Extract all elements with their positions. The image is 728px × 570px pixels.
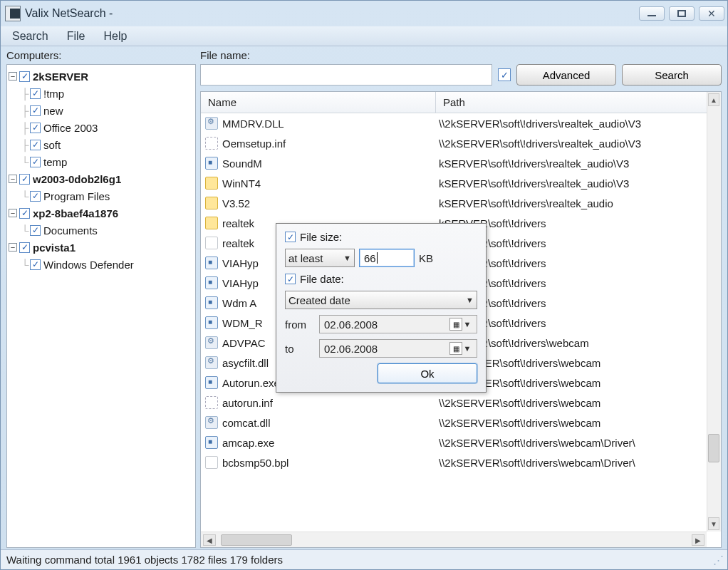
collapse-icon[interactable]: − [9, 243, 17, 252]
chevron-down-icon[interactable]: ▼ [462, 344, 472, 353]
menu-search[interactable]: Search [9, 28, 51, 44]
filename-checkbox[interactable] [498, 68, 511, 81]
file-name: asycfilt.dll [222, 357, 269, 369]
file-name: WinNT4 [222, 177, 261, 190]
tree-child-node[interactable]: ├soft [9, 136, 194, 153]
computers-tree[interactable]: −2kSERVER├!tmp├new├Office 2003├soft└temp… [6, 64, 196, 548]
column-path[interactable]: Path [436, 92, 721, 113]
horizontal-scrollbar[interactable]: ◀ ▶ [201, 532, 707, 547]
scroll-down-arrow-icon[interactable]: ▼ [708, 517, 719, 530]
search-button[interactable]: Search [622, 64, 722, 86]
exe-icon [205, 376, 218, 389]
column-name[interactable]: Name [201, 92, 436, 113]
tree-child-node[interactable]: └Windows Defender [9, 256, 194, 273]
scroll-up-arrow-icon[interactable]: ▲ [708, 93, 719, 106]
hscroll-thumb[interactable] [221, 534, 292, 546]
tree-child-node[interactable]: ├!tmp [9, 85, 194, 102]
collapse-icon[interactable]: − [9, 175, 17, 183]
dll-icon [205, 117, 218, 130]
result-row[interactable]: Oemsetup.inf\\2kSERVER\soft\!drivers\rea… [201, 133, 721, 153]
calendar-icon[interactable]: ▦ [449, 318, 462, 331]
from-date-value: 02.06.2008 [324, 318, 378, 331]
cell-path: \\2kSERVER\soft\!drivers\webcam [436, 417, 721, 429]
menubar: Search File Help [1, 26, 727, 46]
file-name: Autorun.exe [222, 377, 280, 389]
to-date-input[interactable]: 02.06.2008 ▦ ▼ [319, 339, 477, 358]
vertical-scrollbar[interactable]: ▲ ▼ [707, 92, 721, 532]
filename-input[interactable] [200, 64, 492, 86]
from-date-input[interactable]: 02.06.2008 ▦ ▼ [319, 315, 477, 333]
cell-name: bcbsmp50.bpl [201, 456, 436, 469]
result-row[interactable]: comcat.dll\\2kSERVER\soft\!drivers\webca… [201, 413, 721, 432]
file-name: SoundM [222, 157, 262, 170]
tree-checkbox[interactable] [30, 225, 41, 236]
advanced-button[interactable]: Advanced [516, 64, 616, 86]
result-row[interactable]: WinNT4kSERVER\soft\!drivers\realtek_audi… [201, 173, 721, 193]
scroll-left-arrow-icon[interactable]: ◀ [203, 534, 216, 546]
result-row[interactable]: amcap.exe\\2kSERVER\soft\!drivers\webcam… [201, 432, 721, 452]
filedate-mode-select[interactable]: Created date ▼ [285, 291, 477, 309]
cell-path: \\2kSERVER\soft\!drivers\realtek_audio\V… [436, 138, 721, 150]
tree-label: Office 2003 [43, 122, 98, 134]
filesize-unit: KB [419, 252, 433, 264]
close-button[interactable] [699, 6, 724, 21]
tree-checkbox[interactable] [30, 105, 41, 116]
tree-child-node[interactable]: └Documents [9, 222, 194, 239]
vscroll-thumb[interactable] [708, 434, 719, 462]
maximize-button[interactable] [669, 6, 695, 21]
tree-child-node[interactable]: ├new [9, 102, 194, 119]
tree-child-node[interactable]: └Program Files [9, 187, 194, 204]
tree-label: temp [43, 156, 67, 168]
to-label: to [285, 343, 315, 355]
folder-icon [205, 217, 218, 229]
cell-path: \\2kSERVER\soft\!drivers\webcam [436, 397, 721, 409]
filesize-value-input[interactable]: 66 [359, 249, 415, 267]
tree-child-node[interactable]: └temp [9, 153, 194, 170]
tree-root-node[interactable]: −w2003-0dob2l6g1 [9, 170, 194, 187]
resize-grip-icon[interactable]: ⋰ [713, 554, 722, 566]
tree-checkbox[interactable] [30, 88, 41, 99]
tree-root-node[interactable]: −xp2-8baef4a1876 [9, 204, 194, 222]
filesize-value: 66 [364, 252, 376, 264]
tree-checkbox[interactable] [19, 242, 30, 253]
filedate-checkbox[interactable] [285, 274, 296, 284]
result-row[interactable]: autorun.inf\\2kSERVER\soft\!drivers\webc… [201, 393, 721, 413]
file-name: amcap.exe [222, 437, 274, 449]
minimize-button[interactable] [639, 6, 665, 21]
menu-help[interactable]: Help [100, 28, 130, 44]
tree-checkbox[interactable] [30, 157, 41, 167]
ok-button[interactable]: Ok [378, 363, 477, 383]
result-row[interactable]: SoundMkSERVER\soft\!drivers\realtek_audi… [201, 153, 721, 173]
calendar-icon[interactable]: ▦ [449, 342, 462, 355]
cell-name: MMDRV.DLL [201, 117, 436, 130]
filename-label: File name: [200, 49, 722, 61]
tree-checkbox[interactable] [30, 140, 41, 150]
collapse-icon[interactable]: − [9, 209, 17, 217]
cell-path: \\2kSERVER\soft\!drivers\webcam\Driver\ [436, 457, 721, 469]
filesize-mode-select[interactable]: at least ▼ [285, 249, 355, 267]
file-name: WDM_R [222, 317, 263, 329]
tree-checkbox[interactable] [30, 123, 41, 133]
result-row[interactable]: bcbsmp50.bpl\\2kSERVER\soft\!drivers\web… [201, 452, 721, 472]
tree-checkbox[interactable] [19, 208, 30, 219]
exe-icon [205, 436, 218, 449]
result-row[interactable]: V3.52kSERVER\soft\!drivers\realtek_audio [201, 193, 721, 213]
tree-checkbox[interactable] [19, 71, 30, 82]
tree-root-node[interactable]: −2kSERVER [9, 68, 194, 85]
tree-checkbox[interactable] [30, 191, 41, 202]
scroll-right-arrow-icon[interactable]: ▶ [692, 534, 704, 546]
result-row[interactable]: MMDRV.DLL\\2kSERVER\soft\!drivers\realte… [201, 113, 721, 133]
chevron-down-icon[interactable]: ▼ [462, 320, 472, 328]
menu-file[interactable]: File [64, 28, 88, 44]
filesize-checkbox[interactable] [285, 232, 296, 242]
collapse-icon[interactable]: − [9, 72, 17, 81]
tree-child-node[interactable]: ├Office 2003 [9, 119, 194, 136]
tree-checkbox[interactable] [19, 174, 30, 185]
file-name: Oemsetup.inf [222, 138, 286, 150]
tree-label: xp2-8baef4a1876 [33, 207, 118, 219]
body: Computers: −2kSERVER├!tmp├new├Office 200… [1, 46, 727, 549]
exe-icon [205, 296, 218, 309]
tree-checkbox[interactable] [30, 259, 41, 270]
cell-path: kSERVER\soft\!drivers\realtek_audio\V3 [436, 157, 721, 170]
tree-root-node[interactable]: −pcvista1 [9, 239, 194, 256]
